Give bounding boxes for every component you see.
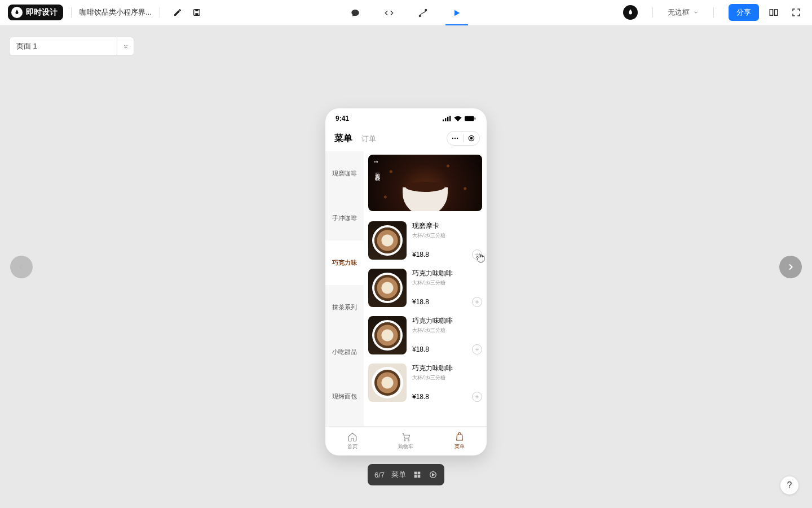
product-subtitle: 大杯/冰/三分糖 [412, 232, 482, 239]
next-frame-button[interactable] [779, 256, 802, 278]
tab-menu[interactable]: 菜单 [433, 427, 487, 456]
add-to-cart-button[interactable] [472, 344, 482, 354]
product-item[interactable]: 现磨摩卡 大杯/冰/三分糖 ¥18.8 [368, 217, 482, 264]
hero-banner[interactable]: ™ 巧克力味 [368, 155, 482, 211]
product-price: ¥18.8 [412, 345, 429, 353]
plus-icon [474, 347, 480, 352]
product-name: 巧克力味咖啡 [412, 364, 482, 373]
divider [652, 7, 653, 17]
flow-icon[interactable] [412, 0, 434, 25]
category-item[interactable]: 巧克力味 [325, 240, 364, 285]
tab-label: 菜单 [454, 443, 465, 450]
frame-mode-selector[interactable]: 无边框 [668, 7, 699, 17]
svg-rect-6 [445, 118, 446, 121]
svg-rect-5 [443, 120, 444, 121]
top-center-tools [344, 0, 468, 25]
miniapp-capsule [447, 131, 480, 146]
category-item[interactable]: 小吃甜品 [325, 330, 364, 374]
svg-point-1 [419, 15, 421, 17]
share-button[interactable]: 分享 [729, 4, 759, 21]
svg-rect-8 [449, 116, 451, 121]
battery-icon [464, 116, 476, 121]
cart-icon [401, 432, 411, 442]
product-list[interactable]: ™ 巧克力味 现磨摩卡 大杯/冰/三分糖 ¥18.8 [364, 151, 487, 426]
file-name[interactable]: 咖啡饮品类小程序界... [80, 7, 152, 17]
svg-point-16 [404, 440, 405, 441]
product-price: ¥18.8 [412, 298, 429, 306]
product-subtitle: 大杯/冰/三分糖 [412, 374, 482, 382]
tab-cart[interactable]: 购物车 [379, 427, 433, 456]
svg-rect-7 [447, 117, 448, 121]
svg-rect-20 [414, 475, 417, 478]
product-name: 巧克力味咖啡 [412, 269, 482, 278]
page-selector-label: 页面 1 [16, 41, 37, 51]
preview-canvas: 页面 1 9:41 菜单 订单 [0, 25, 812, 508]
svg-point-17 [408, 440, 409, 441]
category-item[interactable]: 手冲咖啡 [325, 196, 364, 240]
svg-point-11 [452, 138, 453, 139]
bag-icon [454, 432, 465, 442]
product-image [368, 364, 407, 402]
product-item[interactable]: 巧克力味咖啡 大杯/冰/三分糖 ¥18.8 [368, 359, 482, 406]
edit-icon[interactable] [168, 3, 187, 22]
divider [713, 7, 714, 17]
user-avatar-icon[interactable] [623, 5, 638, 20]
tab-menu[interactable]: 菜单 [334, 133, 352, 144]
fullscreen-icon[interactable] [788, 5, 804, 20]
tab-label: 首页 [347, 443, 358, 450]
add-to-cart-button[interactable] [472, 392, 482, 402]
signal-icon [443, 116, 452, 121]
svg-point-2 [425, 9, 427, 11]
hero-vertical-text: 巧克力味 [374, 169, 381, 173]
more-icon[interactable] [447, 134, 463, 142]
divider [71, 7, 72, 17]
grid-view-icon[interactable] [413, 470, 422, 479]
product-name: 现磨摩卡 [412, 221, 482, 231]
page-selector[interactable]: 页面 1 [9, 37, 134, 56]
svg-point-13 [457, 138, 458, 139]
svg-rect-18 [414, 472, 417, 475]
app-topbar: 即时设计 咖啡饮品类小程序界... 无边框 分享 [0, 0, 812, 25]
frame-counter: 6/7 [374, 471, 385, 479]
product-item[interactable]: 巧克力味咖啡 大杯/冰/三分糖 ¥18.8 [368, 312, 482, 359]
tab-home[interactable]: 首页 [325, 427, 379, 456]
product-image [368, 221, 407, 260]
panel-toggle-icon[interactable] [766, 5, 782, 20]
svg-rect-19 [418, 472, 421, 475]
category-item[interactable]: 抹茶系列 [325, 285, 364, 330]
wifi-icon [454, 116, 462, 121]
app-body: 现磨咖啡 手冲咖啡 巧克力味 抹茶系列 小吃甜品 现烤面包 ™ 巧克力味 [325, 151, 487, 426]
category-item[interactable]: 现磨咖啡 [325, 151, 364, 196]
plus-icon [474, 252, 480, 257]
svg-rect-4 [775, 10, 778, 16]
top-right-tools: 无边框 分享 [623, 4, 804, 21]
comment-icon[interactable] [344, 0, 367, 25]
help-button[interactable]: ? [780, 476, 798, 494]
divider [160, 7, 160, 17]
plus-icon [474, 394, 480, 400]
product-image [368, 269, 407, 307]
product-item[interactable]: 巧克力味咖啡 大杯/冰/三分糖 ¥18.8 [368, 264, 482, 312]
restart-icon[interactable] [429, 470, 438, 479]
product-price: ¥18.8 [412, 393, 429, 401]
add-to-cart-button[interactable] [472, 297, 482, 307]
home-icon [347, 432, 358, 442]
svg-rect-10 [475, 117, 476, 119]
code-icon[interactable] [378, 0, 400, 25]
product-image [368, 316, 407, 354]
save-icon[interactable] [187, 3, 206, 22]
add-to-cart-button[interactable] [472, 249, 482, 260]
category-sidebar: 现磨咖啡 手冲咖啡 巧克力味 抹茶系列 小吃甜品 现烤面包 [325, 151, 364, 426]
play-icon[interactable] [445, 0, 468, 25]
plus-icon [474, 299, 480, 305]
tab-orders[interactable]: 订单 [361, 134, 376, 144]
chevron-down-icon [693, 10, 699, 15]
chevron-down-icon[interactable] [117, 37, 134, 55]
prev-frame-button[interactable] [10, 256, 33, 278]
category-item[interactable]: 现烤面包 [325, 374, 364, 419]
close-target-icon[interactable] [464, 134, 479, 142]
svg-point-12 [454, 138, 456, 139]
status-time: 9:41 [336, 115, 349, 122]
frame-mode-label: 无边框 [668, 7, 690, 17]
app-logo[interactable]: 即时设计 [8, 5, 63, 20]
